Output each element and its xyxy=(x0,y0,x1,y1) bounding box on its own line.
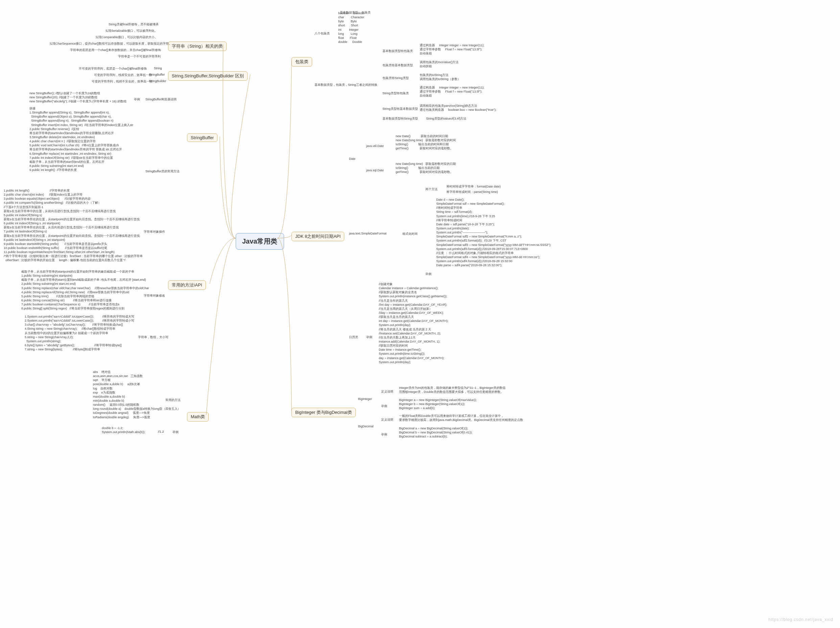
sdf-fmt-label: 格式化时间 xyxy=(403,232,418,236)
bd-def-label: 定义说明 xyxy=(381,417,393,422)
sdf-two-1: 将字符串转成时间：parse(String time) xyxy=(446,190,498,194)
node-api[interactable]: 常用的方法\API xyxy=(168,280,206,290)
cal-label: 日历类 xyxy=(349,335,358,340)
p2w-label: 基本数据类型转包装类 xyxy=(382,49,413,54)
cal-ex-label: 举例 xyxy=(366,335,372,340)
sdf-ex-label: 举例 xyxy=(425,272,431,276)
conv-label: 基本数据类型，包装类，String三者之间的转换 xyxy=(314,83,377,87)
sb-ctor-block: new StringBuffer(); //默认创建了一个长度为16的数组 ne… xyxy=(29,91,126,103)
eight-label: 八个包装类 xyxy=(314,31,330,36)
string-note-2: 实现Comparable接口，可以比较内容的大小。 xyxy=(95,35,158,39)
sb-ctor-label: StringBuffer构造器说明 xyxy=(145,97,177,102)
math-ex-label: 举例 xyxy=(172,430,178,434)
date-label: Date xyxy=(349,157,355,161)
node-math[interactable]: Math类 xyxy=(187,412,208,422)
util-label: java.util.Date xyxy=(366,144,384,148)
string-note-5: 字符串是一个不可变的字符序列 xyxy=(118,54,161,59)
math-ex-block: double b = -1.2; System.out.println(Math… xyxy=(102,426,145,434)
sdf-two-label: 两个方法 xyxy=(425,187,437,192)
watermark: https://blog.csdn.net/java_xxid xyxy=(768,617,833,622)
ssb-r1-r: StringBuffer xyxy=(149,73,165,76)
node-stringbuffer[interactable]: StringBuffer xyxy=(187,134,218,142)
bi-def: Integer类作为int的包装类，能存储的最大整型值为2^31−1，BigIn… xyxy=(399,386,505,394)
bd-def: 一般的Float类和Double类可以用来做科学计算或工程计算，但在商业计算中，… xyxy=(399,414,523,422)
ssb-r1-l: 可变的字符序列，线程安全的，效率低一些 xyxy=(94,73,152,77)
math-ex-val: //1.2 xyxy=(158,430,164,433)
w2s-items: 包装类的toString方法 调用包装类的toString（参数） xyxy=(420,73,461,81)
wrap-table: boolean Boolean char Character byte Byte… xyxy=(338,11,365,44)
p2w-items: 通过构造器 Integer integer = new Integer(11);… xyxy=(420,43,484,55)
p2s-label: 基本数据类型转String类型 xyxy=(382,116,418,121)
mindmap-canvas: { "root": "Java常用类", "watermark": "https… xyxy=(0,0,840,628)
api-case-label: 字符串，数组，大小写 xyxy=(138,335,168,340)
api-ops-block: 1.public int length() //字符串的长度 2.public … xyxy=(4,189,143,263)
api-case-block: 1.System.out.println("aaAACdddd".toUpper… xyxy=(25,315,134,351)
w2p-label: 包装类转基本数据类型 xyxy=(382,63,413,68)
sdf-two-0: 将时间转成字字符串：format(Date date) xyxy=(446,184,501,189)
bi-ex-label: 举例 xyxy=(381,404,387,408)
string-note-1: 实现Serializable接口，可以被序列化。 xyxy=(105,29,158,33)
ssb-r0-l: 不可变的字符序列，底层是一个char[]被final所修饰 xyxy=(79,66,147,71)
sbuffer-label: StringBuffer xyxy=(191,135,214,140)
string-note-0: String类被final所修饰，类不能被继承 xyxy=(109,22,159,27)
wrapper-label: 包装类 xyxy=(295,59,308,64)
root-label: Java常用类 xyxy=(242,238,278,245)
w2s-label: 包装类转String类型 xyxy=(382,76,409,80)
math-methods-block: abs 绝对值 acos,asin,atan,cos,sin,tan 三角函数 … xyxy=(93,370,181,419)
cal-ex-block: //创建对象 Calendar instance = Calendar.getI… xyxy=(379,282,448,364)
s2w-label: String类型转包装类 xyxy=(382,91,409,96)
sdf-label: java.text.SimpleDateFormat xyxy=(349,232,387,235)
bi-def-label: 定义说明 xyxy=(381,389,393,394)
ssb-r2-l: 可变的字符序列，线程不安全的，效率高一些 xyxy=(92,79,153,84)
p2s-item: String类型的Valueof(3.4f)方法 xyxy=(426,116,466,121)
sql-label: java.sql.Date xyxy=(366,168,384,172)
bd-ex-label: 举例 xyxy=(381,433,387,437)
api-label: 常用的方法\API xyxy=(172,282,202,288)
node-big[interactable]: BigInteger 类与BigDecimal类 xyxy=(292,408,356,417)
string-note-4: 字符串的底层是用一个char[]来存放数据的，并且char[]被final所修饰 xyxy=(70,48,161,52)
sql-rows: new Date(long time) 获取毫秒数对应的日期 toString(… xyxy=(396,162,456,174)
w2p-items: 调用包装类的XxxValue()方法 自动拆箱 xyxy=(420,60,459,68)
math-label: Math类 xyxy=(191,414,205,419)
api-mod-block: 截取子串，从当前字符串的startpoint的位置开始到字符串的最后截取成一个新… xyxy=(21,269,149,310)
string-note-3: 实现CharSequence接口，提供char[]数组可以存放数据，可以获取长度… xyxy=(49,42,172,46)
root-node[interactable]: Java常用类 xyxy=(236,233,284,250)
jdk8-label: JDK 8之前时间日期API xyxy=(295,234,341,239)
util-rows: new Date() 获取当前的时间日期 new Date(long time)… xyxy=(396,134,456,151)
node-string-class[interactable]: 字符串（String）相关的类 xyxy=(168,42,227,51)
ssb-r2-r: StringBuilder xyxy=(149,79,166,83)
bd-ex: BigDecimal a = new BigDecimal(String.val… xyxy=(399,427,472,439)
api-ops-label: 字符串对象操作 xyxy=(144,230,165,234)
sdf-ex-block: Date d = new Date(); SimpleDateFormat sd… xyxy=(436,198,551,267)
node-ssb[interactable]: String,StringBuffer,StringBuilder 区别 xyxy=(168,71,248,81)
s2w-items: 通过构造器 Integer integer = new Integer(11);… xyxy=(420,85,484,98)
s2p-items: 调用相应的包装类parsXxx(String)静态方法 通过包装类构造器 boo… xyxy=(420,104,496,112)
bi-ex: BigInteger a = new BigInteger(String.val… xyxy=(399,398,477,410)
ssb-label: String,StringBuffer,StringBuilder 区别 xyxy=(172,73,244,79)
bi-label: BigInteger xyxy=(358,397,372,401)
string-class-label: 字符串（String）相关的类 xyxy=(172,44,223,49)
s2p-label: String类型转基本数据类型 xyxy=(382,107,418,111)
node-jdk8[interactable]: JDK 8之前时间日期API xyxy=(292,232,344,241)
big-label: BigInteger 类与BigDecimal类 xyxy=(295,410,352,415)
bd-label: BigDecimal xyxy=(358,425,374,428)
sb-ctor-ex: 举例 xyxy=(134,97,140,102)
sb-methods-block: 拼接 1.StringBuffer append(String s), Stri… xyxy=(29,106,133,172)
ssb-r0-r: String xyxy=(154,66,162,70)
node-wrapper[interactable]: 包装类 xyxy=(292,57,312,66)
sb-methods-label: StringBuffer类的常用方法 xyxy=(145,169,180,174)
